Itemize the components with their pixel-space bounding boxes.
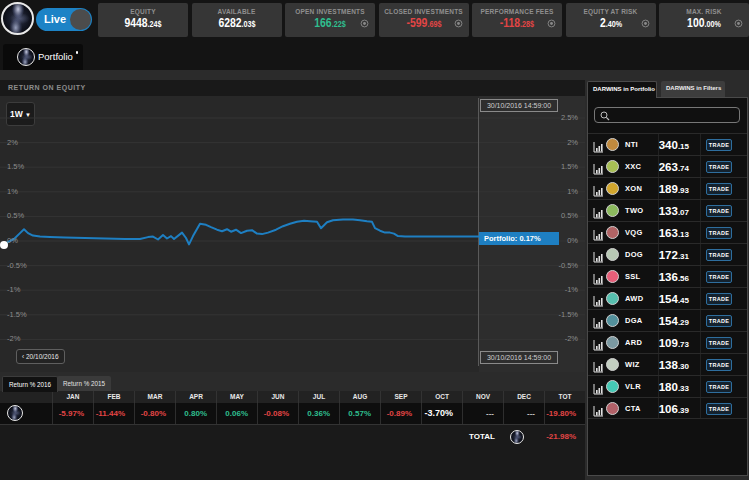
stat-box-closed-investments: CLOSED INVESTMENTS-599.69$ [379, 3, 469, 37]
darwins-list: NTI340.15TRADEXXC263.74TRADEXON189.93TRA… [588, 133, 747, 419]
y-axis-label-left: -2% [7, 334, 20, 344]
month-header: FEB [93, 391, 134, 403]
darwin-row-vqg: VQG163.13TRADE [588, 221, 747, 243]
darwin-row-wiz: WIZ138.30TRADE [588, 353, 747, 375]
darwin-ticker: NTI [625, 134, 638, 156]
darwin-row-vlr: VLR180.33TRADE [588, 375, 747, 397]
darwin-ticker: DOG [625, 244, 643, 266]
eye-icon[interactable] [454, 14, 463, 32]
month-return: 0.80% [175, 403, 216, 424]
darwin-ticker: AWD [625, 288, 643, 310]
stat-value: 2.40% [575, 16, 647, 31]
month-return: -0.89% [380, 403, 421, 424]
stat-value: 100.00% [668, 16, 740, 31]
tab-darwins-in-portfolio[interactable]: DARWINS in Portfolio [587, 81, 657, 98]
darwin-avatar [606, 380, 619, 393]
portfolio-avatar-total [510, 430, 524, 444]
trade-button[interactable]: TRADE [706, 293, 732, 305]
month-header: TOT [544, 391, 585, 403]
darwin-ticker: CTA [625, 398, 641, 420]
portfolio-tab-dot [76, 51, 79, 54]
month-return: -0.08% [257, 403, 298, 424]
darwin-ticker: XXC [625, 156, 641, 178]
trade-button[interactable]: TRADE [706, 315, 732, 327]
y-axis-label-right: 1.5% [561, 162, 578, 172]
darwin-ticker: VQG [625, 222, 643, 244]
darwin-avatar [606, 336, 619, 349]
tab-portfolio[interactable]: Portfolio [3, 44, 83, 70]
trade-button[interactable]: TRADE [706, 359, 732, 371]
account-stats: EQUITY9448.24$AVAILABLE6282.03$OPEN INVE… [98, 3, 749, 37]
y-axis-label-right: 2% [567, 138, 578, 148]
y-axis-label-left: -1.5% [7, 310, 27, 320]
month-header: DEC [503, 391, 544, 403]
tab-return-2015[interactable]: Return % 2015 [57, 376, 111, 392]
return-on-equity-panel: RETURN ON EQUITY 1W ▼ 2%1.5%1%0.5%0%-0.5… [0, 80, 585, 372]
trade-button[interactable]: TRADE [706, 227, 732, 239]
y-axis-label-right: 0% [567, 236, 578, 246]
darwin-row-dga: DGA154.29TRADE [588, 309, 747, 331]
month-header: MAY [216, 391, 257, 403]
trade-button[interactable]: TRADE [706, 337, 732, 349]
month-return: -11.44% [93, 403, 134, 424]
eye-icon[interactable] [360, 14, 369, 32]
returns-table-row: -5.97%-11.44%-0.80%0.80%0.06%-0.08%0.36%… [0, 403, 585, 424]
trade-button[interactable]: TRADE [706, 161, 732, 173]
tab-darwins-in-filters[interactable]: DARWINS in Filters [661, 81, 725, 97]
trade-button[interactable]: TRADE [706, 271, 732, 283]
live-toggle-knob[interactable] [70, 9, 91, 30]
trade-button[interactable]: TRADE [706, 205, 732, 217]
y-axis-label-right: -1.5% [558, 310, 578, 320]
tab-return-2016[interactable]: Return % 2016 [2, 376, 58, 392]
stat-box-open-investments: OPEN INVESTMENTS166.22$ [285, 3, 375, 37]
month-header: APR [175, 391, 216, 403]
darwin-avatar [606, 226, 619, 239]
darwin-avatar [606, 204, 619, 217]
darwin-quote: 106.39 [643, 398, 689, 422]
darwin-row-ssl: SSL136.56TRADE [588, 265, 747, 287]
trade-button[interactable]: TRADE [706, 183, 732, 195]
trade-button[interactable]: TRADE [706, 249, 732, 261]
y-axis-label-left: 2% [7, 138, 18, 148]
stat-label: EQUITY [98, 8, 188, 15]
returns-total-row: TOTAL -21.98% [0, 424, 585, 448]
y-axis-label-left: 1.5% [7, 162, 24, 172]
y-axis-label-left: -0.5% [7, 261, 27, 271]
trade-button[interactable]: TRADE [706, 381, 732, 393]
chart-title: RETURN ON EQUITY [0, 80, 585, 96]
eye-icon[interactable] [641, 14, 650, 32]
darwin-row-xon: XON189.93TRADE [588, 177, 747, 199]
month-return: 0.36% [298, 403, 339, 424]
date-back-button[interactable]: ‹ 20/10/2016 [16, 349, 65, 364]
stat-value: 9448.24$ [107, 16, 179, 31]
month-return: -3.70% [421, 403, 462, 424]
month-return: 0.06% [216, 403, 257, 424]
y-axis-label-right: 1% [567, 187, 578, 197]
portfolio-tab-icon [17, 48, 35, 66]
darwin-avatar [606, 248, 619, 261]
y-axis-label-right: 0.5% [561, 211, 578, 221]
month-return: 0.57% [339, 403, 380, 424]
trade-button[interactable]: TRADE [706, 139, 732, 151]
darwin-row-awd: AWD154.45TRADE [588, 287, 747, 309]
live-toggle[interactable]: Live [36, 8, 92, 31]
trade-button[interactable]: TRADE [706, 403, 732, 415]
eye-icon[interactable] [734, 14, 743, 32]
month-return: --- [503, 403, 544, 424]
darwin-row-ard: ARD109.73TRADE [588, 331, 747, 353]
darwin-ticker: DGA [625, 310, 643, 332]
returns-table-header: JANFEBMARAPRMAYJUNJULAUGSEPOCTNOVDECTOT [0, 391, 585, 403]
darwin-row-cta: CTA106.39TRADE [588, 397, 747, 419]
portfolio-avatar [7, 405, 23, 421]
user-avatar[interactable] [1, 2, 34, 35]
y-axis-label-left: 1% [7, 187, 18, 197]
darwin-ticker: TWO [625, 200, 643, 222]
stat-value: -118.28$ [481, 16, 553, 31]
chart-icon[interactable] [593, 403, 604, 421]
crosshair-time-bottom: 30/10/2016 14:59:00 [480, 351, 558, 364]
month-header: MAR [134, 391, 175, 403]
darwins-search-input[interactable] [612, 108, 737, 122]
eye-icon[interactable] [547, 14, 556, 32]
month-header: JUL [298, 391, 339, 403]
stat-value: 166.22$ [294, 16, 366, 31]
